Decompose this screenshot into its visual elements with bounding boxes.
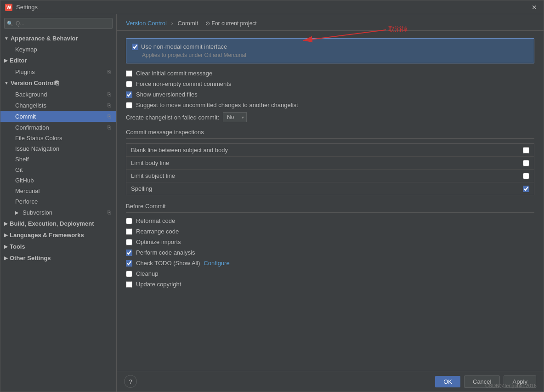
sidebar-item-perforce[interactable]: Perforce: [0, 196, 116, 207]
sidebar-item-appearance[interactable]: ▼ Appearance & Behavior: [0, 33, 116, 44]
expand-arrow: ▶: [4, 256, 8, 261]
settings-icon: ⎘: [105, 91, 113, 98]
inspection-spelling-checkbox[interactable]: [523, 186, 529, 192]
sidebar-item-label: Issue Navigation: [15, 145, 113, 152]
check-todo-text: Check TODO (Show All): [136, 260, 200, 267]
sidebar-item-label: Languages & Frameworks: [10, 232, 84, 239]
sidebar-item-label: Keymap: [15, 46, 113, 53]
sidebar-item-changelists[interactable]: Changelists ⎘: [0, 100, 116, 111]
inspection-limit-subject: Limit subject line: [126, 170, 534, 182]
expand-arrow: ▶: [4, 58, 8, 63]
configure-link[interactable]: Configure: [204, 260, 229, 267]
sidebar-item-languages[interactable]: ▶ Languages & Frameworks: [0, 229, 116, 241]
bottom-bar: ? OK Cancel Apply: [117, 371, 544, 392]
inspection-limit-body-checkbox[interactable]: [523, 160, 529, 166]
search-input[interactable]: [4, 18, 113, 29]
sidebar-item-subversion[interactable]: ▶ Subversion ⎘: [0, 207, 116, 218]
breadcrumb-version-control[interactable]: Version Control: [126, 20, 167, 27]
code-analysis-checkbox[interactable]: [126, 250, 132, 256]
help-button[interactable]: ?: [124, 375, 137, 388]
show-unversioned-row: Show unversioned files: [126, 91, 534, 98]
commit-panel-subtitle: Applies to projects under Git and Mercur…: [142, 52, 528, 58]
inspection-blank-line-label: Blank line between subject and body: [131, 147, 228, 153]
commit-message-section-heading: Commit message inspections: [126, 129, 534, 139]
sidebar-item-issue-navigation[interactable]: Issue Navigation: [0, 143, 116, 154]
sidebar-item-label: Editor: [10, 57, 27, 64]
clear-initial-label[interactable]: Clear initial commit message: [136, 70, 212, 77]
inspection-blank-line-checkbox[interactable]: [523, 147, 529, 153]
inspection-limit-subject-label: Limit subject line: [131, 172, 175, 179]
rearrange-label[interactable]: Rearrange code: [136, 228, 179, 235]
sidebar-item-file-status-colors[interactable]: File Status Colors: [0, 133, 116, 143]
check-todo-label[interactable]: Check TODO (Show All) Configure: [136, 260, 230, 267]
reformat-checkbox[interactable]: [126, 218, 132, 224]
before-commit-section-heading: Before Commit: [126, 203, 534, 213]
sidebar-item-build[interactable]: ▶ Build, Execution, Deployment: [0, 218, 116, 229]
sidebar-item-git[interactable]: Git: [0, 165, 116, 175]
sidebar-item-background[interactable]: Background ⎘: [0, 89, 116, 100]
main-body: Use non-modal commit interface Applies t…: [117, 31, 544, 371]
inspection-spelling-label: Spelling: [131, 185, 152, 192]
non-modal-label[interactable]: Use non-modal commit interface: [141, 43, 227, 50]
non-modal-checkbox[interactable]: [132, 44, 138, 50]
suggest-uncommitted-label[interactable]: Suggest to move uncommitted changes to a…: [136, 102, 298, 108]
cleanup-label[interactable]: Cleanup: [136, 270, 158, 277]
close-button[interactable]: ✕: [530, 3, 539, 12]
sidebar-item-keymap[interactable]: Keymap: [0, 44, 116, 55]
settings-icon: ⎘: [105, 113, 113, 120]
sidebar-item-label: Subversion: [23, 209, 103, 216]
changelist-select[interactable]: No Yes: [223, 112, 247, 122]
show-unversioned-checkbox[interactable]: [126, 91, 132, 98]
force-nonempty-checkbox[interactable]: [126, 81, 132, 87]
window-title: Settings: [16, 4, 530, 11]
sidebar-item-label: Mercurial: [15, 187, 113, 194]
sidebar-item-confirmation[interactable]: Confirmation ⎘: [0, 122, 116, 133]
clear-initial-checkbox[interactable]: [126, 70, 132, 77]
titlebar: W Settings ✕: [0, 0, 544, 14]
sidebar-item-label: Build, Execution, Deployment: [10, 220, 94, 227]
optimize-label[interactable]: Optimize imports: [136, 239, 181, 245]
sidebar-item-tools[interactable]: ▶ Tools: [0, 241, 116, 252]
breadcrumb-separator: ›: [171, 20, 173, 27]
settings-icon: ⎘: [105, 68, 113, 75]
changelist-row: Create changelist on failed commit: No Y…: [126, 112, 534, 122]
sidebar-item-mercurial[interactable]: Mercurial: [0, 186, 116, 196]
show-unversioned-label[interactable]: Show unversioned files: [136, 91, 198, 98]
for-current-project-button[interactable]: ⊙ For current project: [205, 20, 256, 27]
ok-button[interactable]: OK: [435, 376, 460, 387]
optimize-checkbox[interactable]: [126, 239, 132, 245]
update-copyright-label[interactable]: Update copyright: [136, 281, 181, 288]
settings-icon: ⎘: [105, 209, 113, 216]
expand-arrow: ▼: [4, 80, 9, 85]
sidebar-item-editor[interactable]: ▶ Editor: [0, 55, 116, 66]
inspection-limit-subject-checkbox[interactable]: [523, 173, 529, 179]
inspection-blank-line: Blank line between subject and body: [126, 144, 534, 157]
non-modal-commit-panel: Use non-modal commit interface Applies t…: [126, 38, 534, 63]
expand-arrow: ▶: [4, 233, 8, 238]
sidebar-item-label: Tools: [10, 243, 25, 250]
sidebar-item-github[interactable]: GitHub: [0, 175, 116, 186]
sidebar-item-commit[interactable]: Commit ⎘: [0, 111, 116, 122]
cleanup-checkbox[interactable]: [126, 271, 132, 277]
sidebar-item-plugins[interactable]: Plugins ⎘: [0, 66, 116, 77]
sidebar-item-label: Other Settings: [10, 255, 51, 261]
settings-icon: ⎘: [105, 124, 113, 131]
sidebar-item-other[interactable]: ▶ Other Settings: [0, 252, 116, 264]
app-icon: W: [5, 4, 12, 11]
suggest-uncommitted-checkbox[interactable]: [126, 102, 132, 108]
expand-arrow: ▶: [4, 221, 8, 226]
sidebar-item-shelf[interactable]: Shelf: [0, 154, 116, 165]
sidebar-item-version-control[interactable]: ▼ Version Control ⎘: [0, 77, 116, 89]
sidebar-item-label: Confirmation: [15, 124, 103, 131]
rearrange-checkbox[interactable]: [126, 228, 132, 235]
inspection-limit-body: Limit body line: [126, 157, 534, 170]
settings-icon: ⎘: [105, 102, 113, 109]
settings-window: W Settings ✕ 🔍 ▼ Appearance & Behavior K…: [0, 0, 544, 392]
suggest-uncommitted-row: Suggest to move uncommitted changes to a…: [126, 102, 534, 108]
update-copyright-checkbox[interactable]: [126, 281, 132, 288]
check-todo-checkbox[interactable]: [126, 260, 132, 267]
svg-text:W: W: [6, 5, 11, 10]
code-analysis-label[interactable]: Perform code analysis: [136, 249, 195, 256]
reformat-label[interactable]: Reformat code: [136, 217, 175, 224]
force-nonempty-label[interactable]: Force non-empty commit comments: [136, 80, 231, 87]
